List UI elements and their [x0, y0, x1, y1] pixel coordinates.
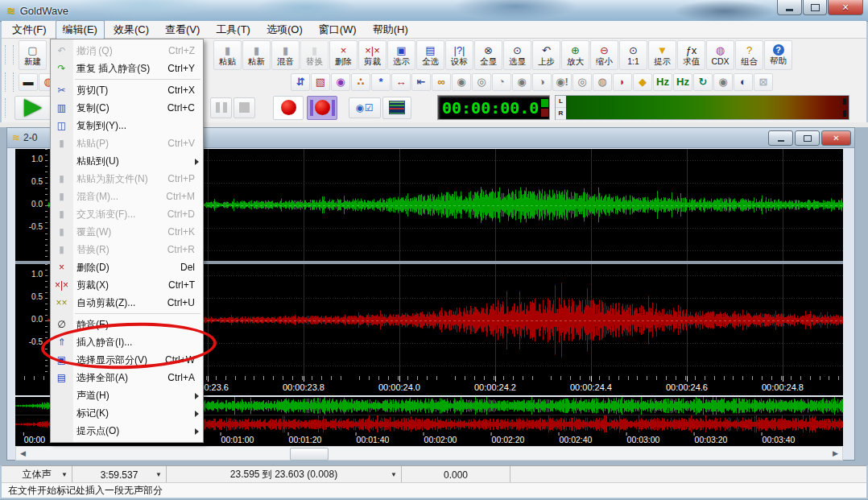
menu-bar-item[interactable]: 工具(T)	[209, 20, 258, 39]
doc-restore-button[interactable]	[795, 130, 820, 146]
effect-button[interactable]: ↔	[391, 73, 411, 91]
length-selector[interactable]: 3:59.537▼	[72, 466, 167, 483]
close-button[interactable]: ✕	[828, 0, 863, 15]
record-button[interactable]	[273, 96, 304, 120]
toolbar-grip[interactable]	[5, 45, 8, 64]
scroll-left-arrow[interactable]: ◀	[16, 447, 30, 460]
menu-item[interactable]: ×× 自动剪裁(Z)... Ctrl+U	[51, 294, 203, 312]
toolbar-button[interactable]: ×|×剪裁	[358, 40, 386, 70]
toolbar-button[interactable]: ƒx求值	[677, 40, 705, 70]
control-properties-button[interactable]	[382, 97, 411, 119]
menu-item[interactable]: ↷ 重复 插入静音(S) Ctrl+Y	[51, 60, 203, 77]
toolbar-button[interactable]: ↶上步	[532, 40, 560, 70]
menu-item[interactable]: × 删除(D) Del	[51, 258, 203, 276]
toolbar-button[interactable]: ▣选示	[387, 40, 415, 70]
effect-button[interactable]: ⇵	[291, 73, 310, 91]
toolbar-grip[interactable]	[5, 98, 8, 118]
menu-bar-item[interactable]: 文件(F)	[5, 20, 54, 39]
maximize-button[interactable]	[803, 0, 827, 15]
effect-button[interactable]: Hz	[673, 73, 692, 91]
menu-item[interactable]: ▮ 替换(R) Ctrl+R	[51, 241, 203, 258]
menu-item[interactable]: ▮ 混音(M)... Ctrl+M	[51, 188, 203, 205]
menu-item[interactable]: ⇑ 插入静音(I)...	[51, 333, 203, 351]
toolbar-button[interactable]: ▮混音	[271, 40, 300, 70]
toolbar-button[interactable]: ×删除	[329, 40, 358, 70]
pause-button[interactable]	[210, 97, 232, 118]
menu-item[interactable]: ▤ 选择全部(A) Ctrl+A	[51, 369, 203, 386]
effect-button[interactable]: Hz	[653, 73, 672, 91]
toolbar-button[interactable]: ⊗全显	[474, 40, 502, 70]
effect-button[interactable]: ◉!	[552, 73, 572, 91]
menu-item[interactable]: ◫ 复制到(Y)...	[51, 117, 203, 134]
menu-item[interactable]: 提示点(O)	[51, 422, 203, 440]
menu-item[interactable]: ×|× 剪裁(X) Ctrl+T	[51, 276, 203, 294]
toolbar-button[interactable]: ▮粘贴	[213, 40, 242, 70]
toolbar-grip[interactable]	[13, 45, 16, 64]
toolbar-button[interactable]: ▢新建	[19, 40, 47, 70]
monitor-toggle-button[interactable]: ◉☑	[349, 97, 381, 118]
menu-bar-item[interactable]: 编辑(E)	[56, 20, 105, 39]
doc-minimize-button[interactable]	[768, 130, 793, 146]
toolbar-button[interactable]: ▼提示	[648, 40, 676, 70]
menu-item[interactable]: ∅ 静音(E)	[51, 316, 203, 333]
effect-button[interactable]: ◉	[331, 73, 350, 91]
minimize-button[interactable]	[777, 0, 802, 15]
effect-button[interactable]: ◗	[613, 73, 632, 91]
menu-item[interactable]: ▮ 交叉渐变(F)... Ctrl+D	[51, 205, 203, 223]
play-button[interactable]	[14, 96, 52, 120]
toolbar-button[interactable]: ⊙选显	[503, 40, 531, 70]
menu-bar-item[interactable]: 选项(O)	[259, 20, 310, 39]
toolbar-button[interactable]: ⊖缩小	[590, 40, 618, 70]
menu-bar-item[interactable]: 窗口(W)	[312, 20, 364, 39]
toolbar-grip[interactable]	[5, 72, 8, 92]
toolbar-button[interactable]: ▤全选	[416, 40, 444, 70]
toolbar-button[interactable]: ⊕放大	[561, 40, 589, 70]
effect-button[interactable]: ∞	[432, 73, 451, 91]
menu-item[interactable]: ▮ 粘贴为新文件(N) Ctrl+P	[51, 170, 203, 188]
effect-button[interactable]: ◉	[452, 73, 471, 91]
toolbar-grip[interactable]	[13, 72, 16, 92]
effect-button[interactable]: ◆	[633, 73, 652, 91]
effect-button[interactable]: ◉	[512, 73, 531, 91]
scroll-right-arrow[interactable]: ▶	[829, 447, 842, 460]
menu-item[interactable]: ↶ 撤消 (Q) Ctrl+Z	[51, 42, 203, 60]
menu-item[interactable]: 声道(H)	[51, 386, 203, 404]
stop-button[interactable]	[234, 97, 255, 118]
effect-button[interactable]: ↻	[693, 73, 713, 91]
toolbar-button[interactable]: ?帮助	[764, 40, 792, 70]
effect-button[interactable]: ◔	[492, 73, 511, 91]
menu-item[interactable]: ▮ 粘贴(P) Ctrl+V	[51, 134, 203, 152]
menu-item[interactable]: 粘贴到(U)	[51, 152, 203, 170]
menu-bar-item[interactable]: 查看(V)	[158, 20, 207, 39]
menu-item[interactable]: 标记(K)	[51, 404, 203, 422]
selection-range-selector[interactable]: 23.595 到 23.603 (0.008)▼	[167, 466, 402, 483]
toolbar-button[interactable]: ⊙1:1	[619, 40, 647, 70]
effect-button[interactable]: ◉	[713, 73, 733, 91]
effect-button[interactable]: ◍	[593, 73, 612, 91]
record-selection-button[interactable]	[307, 96, 337, 120]
effect-button[interactable]: ∴	[351, 73, 370, 91]
effect-button[interactable]: ⊠	[754, 73, 773, 91]
menu-bar-item[interactable]: 帮助(H)	[366, 20, 415, 39]
toolbar-button[interactable]: ▮粘新	[242, 40, 271, 70]
scrollbar-thumb[interactable]	[290, 448, 329, 461]
effect-button[interactable]: ◐	[734, 73, 753, 91]
effect-button[interactable]: ◎	[472, 73, 491, 91]
toolbar-button[interactable]: ▮替换	[300, 40, 329, 70]
menu-item[interactable]: ▥ 复制(C) Ctrl+C	[51, 99, 203, 117]
horizontal-scrollbar[interactable]: ◀ ▶	[15, 446, 843, 461]
menu-item[interactable]: ▣ 选择显示部分(V) Ctrl+W	[51, 351, 203, 369]
menu-bar-item[interactable]: 效果(C)	[106, 20, 156, 39]
menu-item[interactable]: ▮ 覆盖(W) Ctrl+K	[51, 223, 203, 241]
channel-mode-selector[interactable]: 立体声▼	[2, 466, 72, 483]
effect-button[interactable]: ▬	[19, 73, 38, 91]
doc-close-button[interactable]: ✕	[821, 130, 851, 146]
effect-button[interactable]: ▧	[311, 73, 330, 91]
toolbar-button[interactable]: |?|设标	[445, 40, 473, 70]
effect-button[interactable]: ◎	[572, 73, 592, 91]
effect-button[interactable]: ⇤	[411, 73, 431, 91]
menu-item[interactable]: ✂ 剪切(T) Ctrl+X	[51, 81, 203, 99]
toolbar-button[interactable]: ?组合	[735, 40, 763, 70]
toolbar-button[interactable]: ◍CDX	[706, 40, 734, 70]
effect-button[interactable]: ◑	[532, 73, 552, 91]
